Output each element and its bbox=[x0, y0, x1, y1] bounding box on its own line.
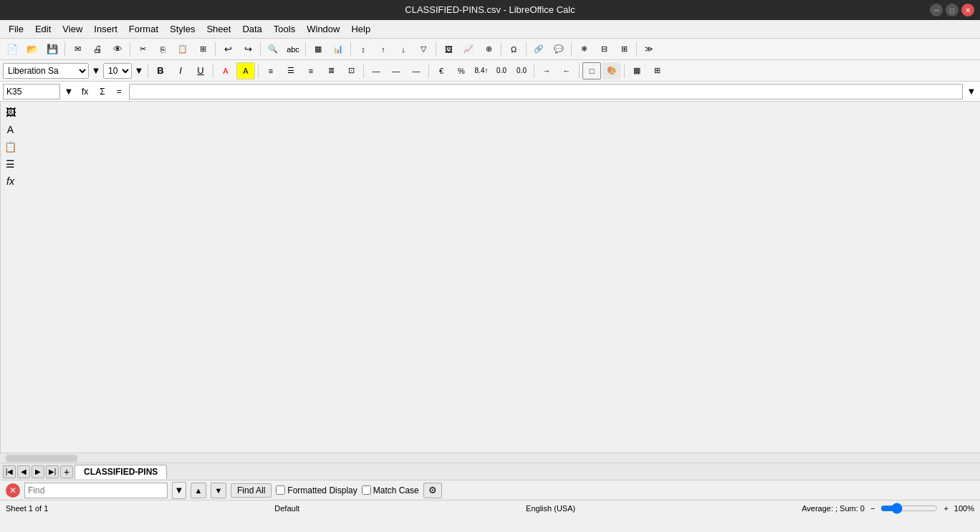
font-name-dropdown[interactable]: ▼ bbox=[90, 62, 102, 79]
table-style-button[interactable]: ▦ bbox=[628, 62, 646, 79]
sidebar-styles-icon[interactable]: A bbox=[3, 122, 19, 137]
pivot-button[interactable]: ⊕ bbox=[479, 41, 498, 58]
more-button[interactable]: ≫ bbox=[640, 41, 658, 58]
font-size-dropdown[interactable]: ▼ bbox=[133, 62, 145, 79]
border-button[interactable]: □ bbox=[582, 62, 601, 79]
justify-button[interactable]: ≣ bbox=[322, 62, 340, 79]
undo-button[interactable]: ↩ bbox=[218, 41, 237, 58]
tab-prev-button[interactable]: ◀ bbox=[17, 465, 30, 478]
decimal-add-button[interactable]: 0.0 bbox=[492, 62, 511, 79]
tab-first-button[interactable]: |◀ bbox=[3, 465, 16, 478]
formatted-display-checkbox[interactable] bbox=[276, 485, 285, 495]
border-right-button[interactable]: — bbox=[407, 62, 426, 79]
align-right-button[interactable]: ≡ bbox=[302, 62, 320, 79]
col-header-button[interactable]: ⊞ bbox=[615, 41, 633, 58]
print-button[interactable]: 🖨 bbox=[88, 41, 107, 58]
bold-button[interactable]: B bbox=[151, 62, 170, 79]
indent-button[interactable]: ⊡ bbox=[342, 62, 360, 79]
menu-window[interactable]: Window bbox=[301, 22, 345, 36]
align-center-button[interactable]: ☰ bbox=[282, 62, 300, 79]
decimal-remove-button[interactable]: 0.0 bbox=[512, 62, 531, 79]
find-options-button[interactable]: ⚙ bbox=[423, 483, 442, 498]
find-close-button[interactable]: ✕ bbox=[6, 483, 20, 498]
menu-format[interactable]: Format bbox=[123, 22, 164, 36]
increase-indent-button[interactable]: → bbox=[537, 62, 556, 79]
find-button[interactable]: 🔍 bbox=[264, 41, 282, 58]
find-prev-button[interactable]: ▲ bbox=[191, 483, 206, 498]
cell-reference-input[interactable] bbox=[3, 84, 60, 100]
menu-insert[interactable]: Insert bbox=[88, 22, 123, 36]
underline-button[interactable]: U bbox=[191, 62, 210, 79]
menu-tools[interactable]: Tools bbox=[268, 22, 301, 36]
redo-button[interactable]: ↪ bbox=[239, 41, 257, 58]
font-size-select[interactable]: 10 bbox=[103, 63, 132, 79]
bg-color-button[interactable]: 🎨 bbox=[602, 62, 621, 79]
font-color-button[interactable]: A bbox=[216, 62, 235, 79]
horizontal-scrollbar[interactable] bbox=[0, 453, 980, 463]
sort-asc-button[interactable]: ↑ bbox=[374, 41, 393, 58]
function-wizard-button[interactable]: fx bbox=[77, 85, 92, 98]
freeze-button[interactable]: ❄ bbox=[575, 41, 593, 58]
menu-data[interactable]: Data bbox=[236, 22, 267, 36]
align-left-button[interactable]: ≡ bbox=[261, 62, 280, 79]
tab-last-button[interactable]: ▶| bbox=[46, 465, 59, 478]
italic-button[interactable]: I bbox=[171, 62, 190, 79]
maximize-button[interactable]: □ bbox=[946, 4, 959, 16]
decrease-indent-button[interactable]: ← bbox=[557, 62, 576, 79]
hyperlink-button[interactable]: 🔗 bbox=[529, 41, 548, 58]
sort-az-button[interactable]: ↕ bbox=[354, 41, 373, 58]
find-next-button[interactable]: ▼ bbox=[211, 483, 226, 498]
highlight-button[interactable]: A bbox=[236, 62, 255, 79]
sheet-tab-classified-pins[interactable]: CLASSIFIED-PINS bbox=[75, 465, 167, 479]
find-dropdown-button[interactable]: ▼ bbox=[172, 482, 186, 499]
border-left-button[interactable]: — bbox=[367, 62, 385, 79]
border-center-button[interactable]: — bbox=[387, 62, 405, 79]
cut-button[interactable]: ✂ bbox=[133, 41, 152, 58]
sidebar-gallery-icon[interactable]: 📋 bbox=[3, 139, 19, 155]
table-button[interactable]: ▦ bbox=[309, 41, 327, 58]
chartobj-button[interactable]: 📈 bbox=[459, 41, 478, 58]
tab-next-button[interactable]: ▶ bbox=[32, 465, 44, 478]
sidebar-properties-icon[interactable]: 🖼 bbox=[3, 105, 19, 120]
special-char-button[interactable]: Ω bbox=[504, 41, 523, 58]
preview-button[interactable]: 👁 bbox=[108, 41, 127, 58]
formula-equal-button[interactable]: = bbox=[112, 85, 126, 98]
menu-file[interactable]: File bbox=[3, 22, 29, 36]
menu-view[interactable]: View bbox=[57, 22, 88, 36]
currency-button[interactable]: € bbox=[432, 62, 451, 79]
menu-edit[interactable]: Edit bbox=[29, 22, 57, 36]
percent-button[interactable]: % bbox=[452, 62, 471, 79]
comment-button[interactable]: 💬 bbox=[549, 41, 568, 58]
scientific-button[interactable]: 8.4↑ bbox=[472, 62, 491, 79]
sort-desc-button[interactable]: ↓ bbox=[394, 41, 413, 58]
copy-button[interactable]: ⎘ bbox=[153, 41, 172, 58]
paste-button[interactable]: 📋 bbox=[173, 41, 192, 58]
cell-ref-dropdown[interactable]: ▼ bbox=[63, 83, 75, 100]
sidebar-functions-icon[interactable]: fx bbox=[3, 173, 19, 189]
menu-styles[interactable]: Styles bbox=[164, 22, 201, 36]
email-button[interactable]: ✉ bbox=[68, 41, 87, 58]
sidebar-navigator-icon[interactable]: ☰ bbox=[3, 156, 19, 172]
clone-button[interactable]: ⊞ bbox=[193, 41, 212, 58]
formula-input[interactable] bbox=[129, 84, 963, 100]
font-name-select[interactable]: Liberation Sa bbox=[3, 63, 89, 79]
minimize-button[interactable]: ─ bbox=[930, 4, 943, 16]
new-button[interactable]: 📄 bbox=[3, 41, 21, 58]
split-button[interactable]: ⊟ bbox=[595, 41, 613, 58]
match-case-checkbox[interactable] bbox=[362, 485, 371, 495]
open-button[interactable]: 📂 bbox=[23, 41, 42, 58]
find-all-button[interactable]: Find All bbox=[231, 483, 272, 498]
chart-button[interactable]: 📊 bbox=[329, 41, 347, 58]
image-button[interactable]: 🖼 bbox=[439, 41, 458, 58]
filter-button[interactable]: ▽ bbox=[414, 41, 433, 58]
menu-help[interactable]: Help bbox=[345, 22, 376, 36]
find-input[interactable] bbox=[24, 483, 168, 498]
save-button[interactable]: 💾 bbox=[43, 41, 62, 58]
zoom-slider[interactable] bbox=[880, 503, 938, 514]
close-button[interactable]: ✕ bbox=[961, 4, 974, 16]
sum-button[interactable]: Σ bbox=[95, 85, 109, 98]
formula-expand-button[interactable]: ▼ bbox=[966, 83, 977, 100]
condition-button[interactable]: ⊞ bbox=[648, 62, 666, 79]
menu-sheet[interactable]: Sheet bbox=[201, 22, 236, 36]
spellcheck-button[interactable]: abc bbox=[284, 41, 302, 58]
